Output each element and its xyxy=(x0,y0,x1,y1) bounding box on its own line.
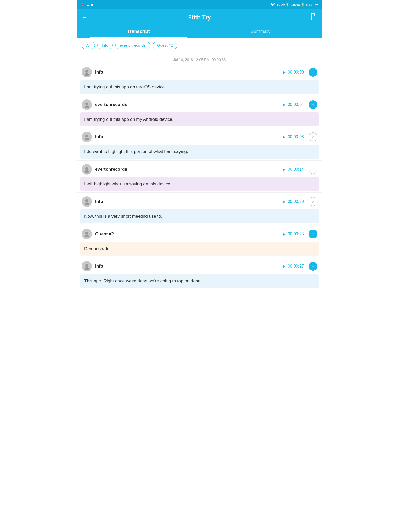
location-icon: 📍 xyxy=(81,3,85,7)
speaker-row: evertonrecords ▶ 00:00:04 + xyxy=(77,97,322,112)
battery-level: 100%🔋 xyxy=(277,3,289,7)
play-icon[interactable]: ▶ xyxy=(283,264,286,268)
transcript-entry: Info ▶ 00:00:27 + This app. Right once w… xyxy=(77,258,322,288)
avatar xyxy=(82,132,92,142)
divider xyxy=(77,160,322,161)
avatar xyxy=(82,261,92,271)
tab-transcript-label: Transcript xyxy=(127,29,150,34)
play-icon[interactable]: ▶ xyxy=(283,103,286,107)
avatar xyxy=(82,67,92,77)
svg-rect-0 xyxy=(312,17,316,17)
svg-point-14 xyxy=(85,235,89,237)
status-left: 📍 ☁ 8 ... xyxy=(81,3,97,7)
transcript-list: Info ▶ 00:00:00 + I am trying out this a… xyxy=(77,64,322,288)
status-bar: 📍 ☁ 8 ... 100%🔋 100% 🔋 5:13 PM xyxy=(77,0,322,9)
speaker-name: Guest #2 xyxy=(95,231,280,237)
svg-point-15 xyxy=(85,264,88,267)
play-icon[interactable]: ▶ xyxy=(283,135,286,139)
check-button[interactable]: ✓ xyxy=(309,165,317,174)
speaker-name: Info xyxy=(95,199,280,204)
filter-info[interactable]: Info xyxy=(97,42,113,49)
filter-all[interactable]: All xyxy=(82,42,95,49)
speaker-name: evertonrecords xyxy=(95,167,280,172)
speech-bubble: I will highlight what I'm saying on this… xyxy=(80,177,319,191)
transcript-entry: Info ▶ 00:00:08 ✓ I do want to highlight… xyxy=(77,129,322,161)
add-button[interactable]: + xyxy=(309,230,317,238)
speaker-row: evertonrecords ▶ 00:00:14 ✓ xyxy=(77,162,322,177)
divider xyxy=(77,257,322,257)
timestamp-label: 00:00:08 xyxy=(288,135,304,139)
speaker-name: Info xyxy=(95,264,280,269)
clock: 100% 🔋 5:13 PM xyxy=(291,3,318,7)
svg-point-5 xyxy=(85,102,88,105)
svg-point-3 xyxy=(85,70,88,73)
document-button[interactable] xyxy=(307,13,317,22)
avatar xyxy=(82,164,92,175)
svg-point-6 xyxy=(85,105,89,108)
check-button[interactable]: ✓ xyxy=(309,197,317,206)
svg-point-9 xyxy=(85,167,88,170)
timestamp-label: 00:00:20 xyxy=(288,199,304,204)
play-time: ▶ 00:00:08 xyxy=(283,135,304,139)
play-icon[interactable]: ▶ xyxy=(283,167,286,171)
back-button[interactable]: ← xyxy=(82,14,92,21)
timestamp-label: 00:00:25 xyxy=(288,232,304,236)
check-button[interactable]: ✓ xyxy=(309,132,317,141)
page-title: Fifth Try xyxy=(92,14,307,21)
avatar xyxy=(82,196,92,207)
status-right: 100%🔋 100% 🔋 5:13 PM xyxy=(270,3,318,7)
speech-bubble: I am trying out this app on my iOS devic… xyxy=(80,80,319,94)
speaker-name: Info xyxy=(95,70,280,75)
filter-evertonrecords[interactable]: evertonrecords xyxy=(115,42,150,49)
header: ← Fifth Try xyxy=(77,9,322,25)
transcript-entry: evertonrecords ▶ 00:00:04 + I am trying … xyxy=(77,97,322,128)
add-button[interactable]: + xyxy=(309,262,317,271)
speaker-row: Guest #2 ▶ 00:00:25 + xyxy=(77,226,322,242)
divider xyxy=(77,192,322,193)
wifi-icon xyxy=(270,3,275,7)
svg-point-13 xyxy=(85,232,88,234)
svg-rect-2 xyxy=(312,19,315,19)
speech-bubble: I am trying out this app on my Android d… xyxy=(80,112,319,127)
transcript-entry: evertonrecords ▶ 00:00:14 ✓ I will highl… xyxy=(77,162,322,193)
play-time: ▶ 00:00:04 xyxy=(283,102,304,107)
filter-guest2[interactable]: Guest #2 xyxy=(153,42,177,49)
svg-point-4 xyxy=(85,73,89,76)
speaker-row: Info ▶ 00:00:08 ✓ xyxy=(77,129,322,145)
weather-icon: ☁ xyxy=(86,3,90,7)
svg-rect-1 xyxy=(312,18,316,18)
speech-bubble: I do want to highlight this portion of w… xyxy=(80,145,319,159)
tab-summary[interactable]: Summary xyxy=(200,25,322,38)
play-icon[interactable]: ▶ xyxy=(283,70,286,74)
svg-point-10 xyxy=(85,170,89,173)
speaker-row: Info ▶ 00:00:20 ✓ xyxy=(77,194,322,209)
svg-point-16 xyxy=(85,267,89,270)
play-time: ▶ 00:00:20 xyxy=(283,199,304,204)
notification-badge: 8 xyxy=(91,3,93,7)
timestamp-label: 00:00:00 xyxy=(288,70,304,75)
timestamp-label: 00:00:14 xyxy=(288,167,304,172)
svg-point-11 xyxy=(85,200,88,202)
add-button[interactable]: + xyxy=(309,68,317,77)
tab-transcript[interactable]: Transcript xyxy=(77,25,200,38)
speech-bubble: Now, this is a very short meeting use to… xyxy=(80,209,319,223)
play-icon[interactable]: ▶ xyxy=(283,200,286,204)
avatar xyxy=(82,99,92,110)
play-time: ▶ 00:00:00 xyxy=(283,70,304,75)
timestamp-label: 00:00:04 xyxy=(288,102,304,107)
transcript-entry: Info ▶ 00:00:00 + I am trying out this a… xyxy=(77,64,322,96)
more-dots: ... xyxy=(95,3,97,7)
transcript-entry: Info ▶ 00:00:20 ✓ Now, this is a very sh… xyxy=(77,194,322,225)
play-time: ▶ 00:00:27 xyxy=(283,264,304,269)
speaker-row: Info ▶ 00:00:00 + xyxy=(77,64,322,80)
filter-chips: All Info evertonrecords Guest #2 xyxy=(77,38,322,53)
divider xyxy=(77,225,322,225)
add-button[interactable]: + xyxy=(309,100,317,109)
speaker-row: Info ▶ 00:00:27 + xyxy=(77,258,322,274)
speaker-name: Info xyxy=(95,134,280,139)
divider xyxy=(77,128,322,128)
timestamp-label: 00:00:27 xyxy=(288,264,304,269)
session-timestamp: Jul 10, 2018 12:05 PM, 00:00:33 xyxy=(77,53,322,64)
speech-bubble: Demonstrate. xyxy=(80,242,319,256)
play-icon[interactable]: ▶ xyxy=(283,232,286,236)
